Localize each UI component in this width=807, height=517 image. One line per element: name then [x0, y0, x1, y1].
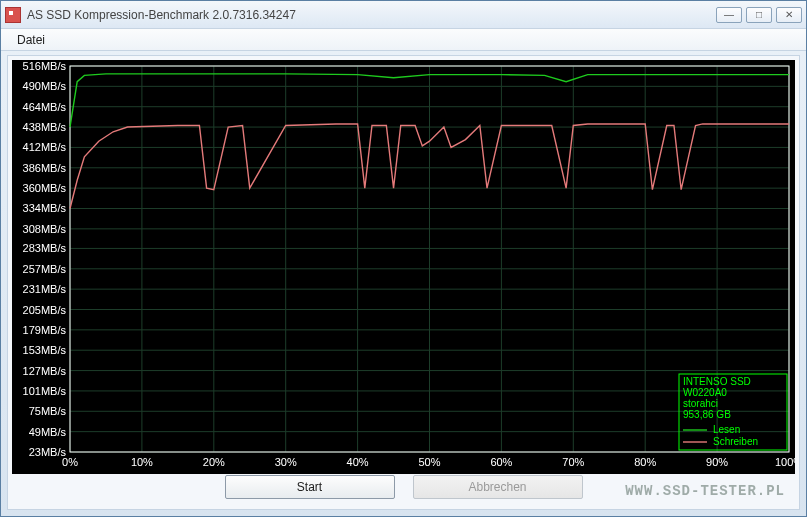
svg-text:20%: 20% [203, 456, 225, 468]
svg-text:W0220A0: W0220A0 [683, 387, 727, 398]
app-icon [5, 7, 21, 23]
abort-button: Abbrechen [413, 475, 583, 499]
svg-text:75MB/s: 75MB/s [29, 405, 67, 417]
close-button[interactable]: ✕ [776, 7, 802, 23]
svg-text:60%: 60% [490, 456, 512, 468]
svg-text:storahci: storahci [683, 398, 718, 409]
svg-text:30%: 30% [275, 456, 297, 468]
benchmark-chart: 516MB/s490MB/s464MB/s438MB/s412MB/s386MB… [12, 60, 795, 474]
svg-text:100%: 100% [775, 456, 795, 468]
svg-text:386MB/s: 386MB/s [23, 162, 67, 174]
titlebar: AS SSD Kompression-Benchmark 2.0.7316.34… [1, 1, 806, 29]
svg-text:464MB/s: 464MB/s [23, 101, 67, 113]
window-title: AS SSD Kompression-Benchmark 2.0.7316.34… [27, 8, 716, 22]
svg-text:179MB/s: 179MB/s [23, 324, 67, 336]
svg-text:70%: 70% [562, 456, 584, 468]
svg-text:308MB/s: 308MB/s [23, 223, 67, 235]
svg-text:23MB/s: 23MB/s [29, 446, 67, 458]
svg-text:10%: 10% [131, 456, 153, 468]
svg-text:0%: 0% [62, 456, 78, 468]
start-button[interactable]: Start [225, 475, 395, 499]
minimize-button[interactable]: — [716, 7, 742, 23]
svg-text:101MB/s: 101MB/s [23, 385, 67, 397]
svg-text:80%: 80% [634, 456, 656, 468]
svg-text:50%: 50% [418, 456, 440, 468]
svg-text:127MB/s: 127MB/s [23, 365, 67, 377]
svg-text:438MB/s: 438MB/s [23, 121, 67, 133]
maximize-button[interactable]: □ [746, 7, 772, 23]
svg-text:490MB/s: 490MB/s [23, 80, 67, 92]
svg-text:205MB/s: 205MB/s [23, 304, 67, 316]
svg-text:953,86 GB: 953,86 GB [683, 409, 731, 420]
svg-text:257MB/s: 257MB/s [23, 263, 67, 275]
app-window: AS SSD Kompression-Benchmark 2.0.7316.34… [0, 0, 807, 517]
menubar: Datei [1, 29, 806, 51]
svg-text:231MB/s: 231MB/s [23, 283, 67, 295]
svg-text:90%: 90% [706, 456, 728, 468]
window-controls: — □ ✕ [716, 7, 802, 23]
svg-text:360MB/s: 360MB/s [23, 182, 67, 194]
svg-text:Lesen: Lesen [713, 424, 740, 435]
svg-text:334MB/s: 334MB/s [23, 202, 67, 214]
svg-text:49MB/s: 49MB/s [29, 426, 67, 438]
svg-text:516MB/s: 516MB/s [23, 60, 67, 72]
svg-text:INTENSO SSD: INTENSO SSD [683, 376, 751, 387]
svg-text:412MB/s: 412MB/s [23, 141, 67, 153]
client-area: 516MB/s490MB/s464MB/s438MB/s412MB/s386MB… [7, 55, 800, 510]
svg-text:153MB/s: 153MB/s [23, 344, 67, 356]
svg-text:283MB/s: 283MB/s [23, 242, 67, 254]
svg-text:40%: 40% [347, 456, 369, 468]
svg-text:Schreiben: Schreiben [713, 436, 758, 447]
watermark: WWW.SSD-TESTER.PL [625, 483, 785, 499]
menu-file[interactable]: Datei [9, 31, 53, 49]
